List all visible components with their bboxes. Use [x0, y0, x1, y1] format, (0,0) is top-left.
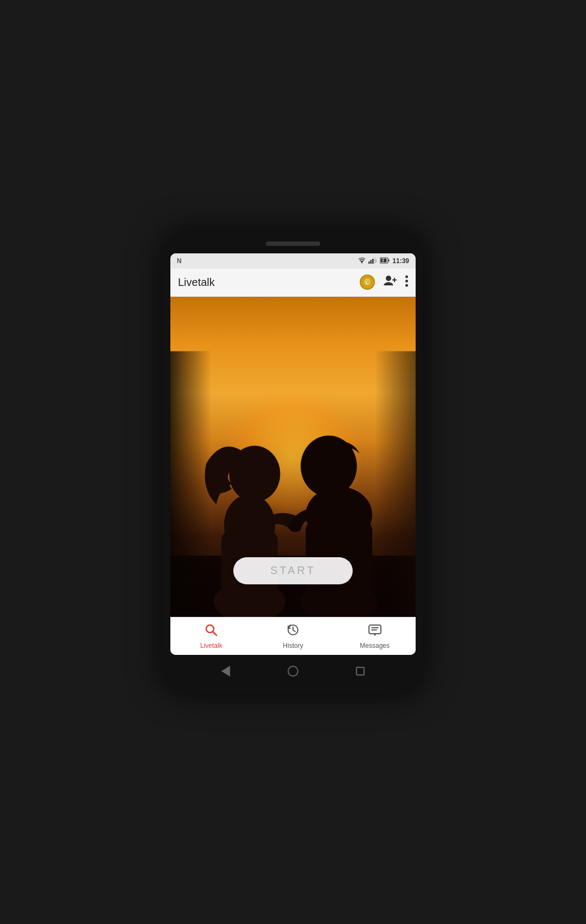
- coin-button[interactable]: ©: [360, 275, 375, 290]
- app-title: Livetalk: [178, 276, 360, 289]
- nav-label-messages: Messages: [360, 642, 390, 649]
- svg-rect-6: [374, 257, 376, 264]
- nav-tab-history[interactable]: History: [252, 617, 334, 655]
- svg-rect-28: [375, 351, 416, 617]
- more-options-button[interactable]: [405, 275, 408, 290]
- battery-icon: [380, 256, 390, 266]
- hero-image: START: [170, 297, 416, 617]
- svg-point-15: [405, 284, 408, 286]
- phone-screen: N G: [170, 253, 416, 655]
- nav-tab-livetalk[interactable]: Livetalk: [170, 617, 252, 655]
- svg-rect-32: [369, 625, 381, 634]
- svg-line-30: [213, 632, 217, 635]
- system-nav: [170, 659, 416, 683]
- signal-icon: G: [368, 256, 377, 266]
- phone-speaker: [266, 241, 320, 246]
- messages-icon: [368, 623, 382, 640]
- history-icon: [286, 623, 300, 640]
- add-person-button[interactable]: [384, 275, 397, 290]
- status-right: G 11:39: [358, 256, 409, 266]
- status-left: N: [177, 257, 184, 265]
- nav-tab-messages[interactable]: Messages: [334, 617, 416, 655]
- status-time: 11:39: [392, 257, 409, 265]
- livetalk-icon: [204, 623, 218, 640]
- status-bar: N G: [170, 253, 416, 269]
- svg-rect-27: [170, 351, 211, 617]
- recents-button[interactable]: [354, 665, 366, 677]
- start-button[interactable]: START: [233, 557, 353, 584]
- home-button[interactable]: [287, 665, 299, 677]
- carrier-icon: N: [177, 257, 184, 265]
- svg-point-14: [405, 279, 408, 282]
- svg-point-13: [405, 275, 408, 278]
- wifi-icon: [358, 256, 366, 266]
- bottom-nav: Livetalk History: [170, 617, 416, 655]
- svg-rect-8: [388, 259, 390, 262]
- svg-text:N: N: [177, 257, 182, 264]
- svg-point-1: [361, 262, 362, 263]
- svg-point-10: [386, 276, 391, 281]
- nav-label-livetalk: Livetalk: [200, 642, 222, 649]
- hero-area: START: [170, 297, 416, 617]
- app-bar: Livetalk ©: [170, 269, 416, 297]
- svg-rect-4: [371, 260, 372, 264]
- nav-label-history: History: [283, 642, 303, 649]
- phone-shell: N G: [163, 232, 423, 693]
- app-bar-actions: ©: [360, 275, 408, 290]
- svg-rect-5: [372, 259, 374, 264]
- svg-rect-3: [368, 262, 370, 264]
- back-button[interactable]: [220, 665, 232, 677]
